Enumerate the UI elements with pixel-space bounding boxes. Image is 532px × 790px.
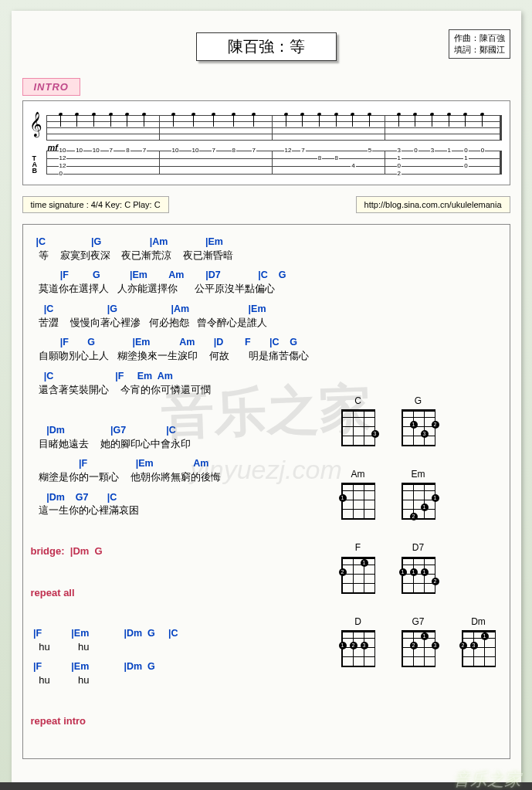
intro-label: INTRO bbox=[22, 78, 80, 96]
lyric-line: 苦澀 慢慢向著心裡滲 何必抱怨 曾令醉心是誰人 bbox=[31, 316, 502, 330]
finger-dot: 1 bbox=[421, 632, 429, 640]
finger-dot: 2 bbox=[459, 642, 467, 649]
tab-number: 0 bbox=[413, 147, 418, 154]
tab-number: 0 bbox=[397, 163, 402, 169]
finger-dot: 1 bbox=[421, 503, 429, 511]
finger-dot: 1 bbox=[481, 632, 489, 640]
tab-number: 1 bbox=[463, 155, 468, 161]
tab-number: 1 bbox=[397, 155, 402, 161]
note-group bbox=[284, 112, 288, 127]
tab-number: 7 bbox=[300, 147, 305, 154]
finger-dot: 1 bbox=[432, 494, 439, 502]
tab-number: 10 bbox=[92, 147, 100, 154]
note-group bbox=[252, 112, 256, 127]
finger-dot: 2 bbox=[432, 578, 439, 585]
fretboard-icon: 1 bbox=[341, 483, 375, 520]
tab-number: 10 bbox=[191, 147, 200, 154]
lyrics-box: 音乐之家 yinyuezj.com |C |G |Am |Em 等 寂寞到夜深 … bbox=[22, 224, 510, 759]
finger-dot: 1 bbox=[361, 559, 368, 567]
tab-number: 3 bbox=[397, 147, 402, 154]
blog-link[interactable]: http://blog.sina.com.cn/ukulelemania bbox=[356, 196, 510, 213]
chord-diagram-c: C3 bbox=[338, 395, 378, 446]
tab-number: 4 bbox=[351, 163, 355, 169]
fretboard-icon: 123 bbox=[402, 630, 435, 667]
fretboard-icon: 123 bbox=[341, 630, 375, 667]
tab-number: 12 bbox=[59, 163, 67, 169]
finger-dot: 2 bbox=[339, 568, 347, 576]
chord-name: G bbox=[398, 395, 439, 407]
lyric-line: 莫道你在選擇人 人亦能選擇你 公平原沒半點偏心 bbox=[31, 282, 502, 296]
finger-dot: 3 bbox=[371, 430, 379, 438]
chord-name: F bbox=[338, 541, 378, 554]
tab-number: 2 bbox=[397, 171, 402, 177]
note-group bbox=[430, 112, 434, 127]
tab-number: 10 bbox=[75, 147, 83, 154]
lyric-line: 等 寂寞到夜深 夜已漸荒涼 夜已漸昏暗 bbox=[31, 249, 502, 263]
footer-bar: 更多尤克里里谱尽在 音乐之家 yinyuezj.com/ukulele 音乐之家 bbox=[0, 782, 532, 790]
tab-number: 5 bbox=[368, 147, 372, 154]
chord-name: G7 bbox=[398, 615, 439, 628]
note-group bbox=[334, 112, 338, 127]
note-group bbox=[397, 112, 401, 127]
song-title: 陳百強：等 bbox=[196, 32, 337, 61]
tab-number: 7 bbox=[212, 147, 216, 154]
note-group bbox=[447, 112, 451, 127]
chord-row: D123G7123Dm231 bbox=[338, 615, 499, 667]
finger-dot: 1 bbox=[339, 494, 347, 502]
tab-number: 12 bbox=[284, 147, 293, 154]
chord-name: C bbox=[338, 395, 378, 407]
chord-diagram-g: G231 bbox=[398, 395, 439, 446]
chord-name: Dm bbox=[459, 615, 499, 628]
chord-line: |F G |Em Am |D F |C G bbox=[31, 336, 502, 349]
finger-dot: 1 bbox=[410, 421, 418, 429]
chord-diagram-d7: D71112 bbox=[398, 541, 439, 593]
chord-diagram-g7: G7123 bbox=[398, 615, 439, 667]
note-group bbox=[59, 112, 63, 127]
tab-number: 8 bbox=[125, 147, 130, 154]
chord-diagram-em: Em211 bbox=[398, 468, 439, 520]
note-group bbox=[317, 112, 321, 127]
section-label: repeat intro bbox=[31, 714, 502, 728]
finger-dot: 1 bbox=[339, 642, 347, 649]
meta-row: time signature : 4/4 Key: C Play: C http… bbox=[22, 196, 510, 213]
chord-name: D7 bbox=[398, 541, 439, 554]
tab-number: 8 bbox=[334, 155, 339, 161]
finger-dot: 3 bbox=[432, 642, 439, 649]
chord-diagrams: C3G231Am1Em211F12D71112D123G7123Dm231 bbox=[338, 395, 499, 667]
chord-row: Am1Em211 bbox=[338, 468, 499, 520]
chord-line: |C |G |Am |Em bbox=[31, 236, 502, 249]
fretboard-icon: 231 bbox=[462, 630, 496, 667]
sheet-paper: 陳百強：等 作曲：陳百強 填詞：鄭國江 INTRO 𝄞 mf TAB bbox=[12, 11, 521, 782]
chord-name: D bbox=[338, 615, 378, 628]
finger-dot: 1 bbox=[421, 568, 429, 576]
finger-dot: 3 bbox=[361, 642, 368, 649]
lyric-line: 自願吻別心上人 糊塗換來一生淚印 何故 明是痛苦傷心 bbox=[31, 349, 502, 363]
finger-dot: 2 bbox=[410, 642, 418, 649]
chord-diagram-dm: Dm231 bbox=[459, 615, 499, 667]
note-group bbox=[413, 112, 417, 127]
note-group bbox=[171, 112, 175, 127]
fretboard-icon: 3 bbox=[341, 409, 375, 446]
tab-label: TAB bbox=[32, 155, 38, 174]
chord-line: |F G |Em Am |D7 |C G bbox=[31, 269, 502, 282]
chord-diagram-d: D123 bbox=[338, 615, 378, 667]
note-group bbox=[109, 112, 113, 127]
lyric-line: hu hu bbox=[31, 673, 502, 687]
finger-dot: 2 bbox=[410, 513, 418, 520]
note-group bbox=[125, 112, 129, 127]
intro-tab: 𝄞 mf TAB 1012120101078710107871278845310… bbox=[22, 100, 510, 185]
tab-number: 3 bbox=[430, 147, 435, 154]
note-group bbox=[300, 112, 304, 127]
note-group bbox=[142, 112, 146, 127]
tab-number: 0 bbox=[463, 163, 468, 169]
tab-number: 0 bbox=[59, 171, 63, 177]
note-group bbox=[75, 112, 79, 127]
lyricist: 填詞：鄭國江 bbox=[454, 44, 505, 56]
music-staff: 𝄞 mf bbox=[28, 107, 505, 144]
treble-clef-icon: 𝄞 bbox=[29, 112, 42, 137]
finger-dot: 3 bbox=[470, 642, 478, 649]
tab-number: 8 bbox=[232, 147, 236, 154]
chord-line: |C |F Em Am bbox=[31, 370, 502, 383]
header: 陳百強：等 作曲：陳百強 填詞：鄭國江 bbox=[22, 32, 510, 61]
note-group bbox=[92, 112, 96, 127]
